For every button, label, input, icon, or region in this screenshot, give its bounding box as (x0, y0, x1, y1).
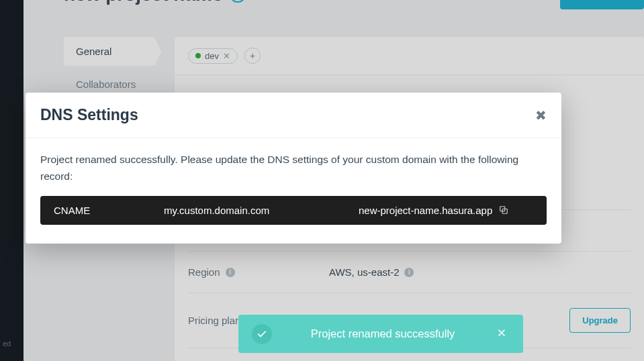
modal-header: DNS Settings ✖ (26, 93, 561, 138)
footer-fragment: ed (3, 340, 11, 348)
close-icon: ✖ (535, 108, 547, 123)
toast-message: Project renamed successfully (272, 327, 494, 340)
toast-close-button[interactable] (494, 325, 510, 343)
dns-record-target-wrap: new-project-name.hasura.app (338, 205, 533, 216)
copy-icon[interactable] (499, 205, 508, 215)
dns-record-bar: CNAME my.custom.domain.com new-project-n… (40, 196, 547, 225)
dns-settings-modal: DNS Settings ✖ Project renamed successfu… (26, 93, 561, 244)
modal-title: DNS Settings (40, 106, 138, 124)
dns-record-host: my.custom.domain.com (164, 205, 338, 216)
left-nav-rail (0, 0, 24, 361)
check-icon (252, 324, 272, 344)
success-toast: Project renamed successfully (238, 315, 523, 353)
dns-record-type: CNAME (54, 205, 164, 216)
modal-close-button[interactable]: ✖ (535, 107, 547, 123)
dns-record-target: new-project-name.hasura.app (359, 205, 492, 216)
modal-body: Project renamed successfully. Please upd… (26, 138, 561, 244)
modal-message: Project renamed successfully. Please upd… (40, 152, 547, 185)
